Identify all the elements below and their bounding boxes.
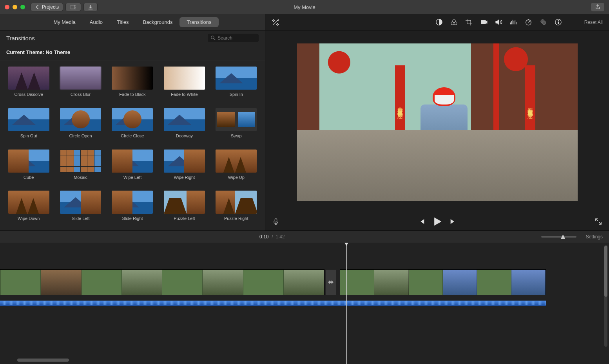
transition-thumbnail [8,150,49,173]
transition-label: Slide Left [72,216,90,221]
minimize-window[interactable] [13,5,17,9]
transition-thumbnail [8,191,49,214]
transition-circle-open[interactable]: Circle Open [56,108,104,142]
svg-point-7 [453,20,456,23]
transition-label: Fade to Black [119,92,145,97]
playback-controls [265,213,609,231]
transition-cube[interactable]: Cube [5,150,53,184]
reset-all-button[interactable]: Reset All [584,20,603,25]
transition-wipe-right[interactable]: Wipe Right [160,150,208,184]
video-clip[interactable] [0,269,324,295]
transition-thumbnail [164,67,205,90]
svg-point-15 [558,20,559,21]
tab-titles[interactable]: Titles [110,17,136,27]
library-button[interactable]: ♪ [65,3,81,11]
enhance-icon[interactable] [272,18,279,26]
transition-fade-to-white[interactable]: Fade to White [160,67,208,101]
speed-icon[interactable] [525,18,533,26]
svg-line-5 [214,39,216,40]
vertical-scrollbar[interactable] [604,245,607,347]
filter-icon[interactable] [540,18,547,26]
transition-label: Circle Close [121,133,144,138]
noise-reduction-icon[interactable] [510,18,518,26]
transition-thumbnail [216,150,257,173]
import-button[interactable] [83,3,98,11]
transition-wipe-left[interactable]: Wipe Left [109,150,156,184]
fullscreen-icon[interactable] [595,218,602,226]
video-viewer[interactable]: 恭賀新禧萬事如意 新春如意萬事勝意 [265,31,609,213]
timeline-settings-button[interactable]: Settings [586,234,603,240]
transition-slide-right[interactable]: Slide Right [109,191,156,225]
volume-icon[interactable] [495,18,503,26]
tab-audio[interactable]: Audio [83,17,110,27]
transition-label: Cross Dissolve [14,92,43,97]
zoom-window[interactable] [20,5,25,9]
transition-thumbnail [60,108,101,131]
svg-rect-16 [558,22,559,24]
transition-marker[interactable] [325,269,336,295]
media-browser: My MediaAudioTitlesBackgroundsTransition… [0,14,265,231]
next-clip-button[interactable] [450,218,457,226]
adjustments-toolbar: Reset All [265,14,609,31]
info-icon[interactable] [555,18,562,26]
transition-wipe-down[interactable]: Wipe Down [5,191,53,225]
close-window[interactable] [5,5,9,9]
transition-thumbnail [112,108,153,131]
share-button[interactable] [591,3,604,11]
horizontal-scrollbar[interactable] [17,359,69,362]
transition-circle-close[interactable]: Circle Close [109,108,156,142]
transition-label: Cube [24,175,34,180]
tab-transitions[interactable]: Transitions [179,17,218,27]
playhead[interactable] [346,243,347,364]
back-projects-button[interactable]: Projects [31,3,63,11]
stabilization-icon[interactable] [480,18,488,26]
window-controls [5,5,25,9]
transition-fade-to-black[interactable]: Fade to Black [109,67,156,101]
voiceover-icon[interactable] [272,218,279,226]
video-clip[interactable] [340,269,546,295]
viewer-panel: Reset All 恭賀新禧萬事如意 新春如意萬事勝意 [265,14,609,231]
color-balance-icon[interactable] [435,18,443,26]
color-correction-icon[interactable] [450,18,458,26]
transition-label: Puzzle Left [174,216,195,221]
prev-clip-button[interactable] [418,218,425,226]
transition-label: Puzzle Right [224,216,248,221]
transition-thumbnail [60,67,101,90]
transition-thumbnail [164,150,205,173]
search-input[interactable]: Search [208,34,259,42]
svg-rect-17 [275,218,277,222]
transition-label: Slide Right [122,216,143,221]
transition-spin-out[interactable]: Spin Out [5,108,53,142]
transition-slide-left[interactable]: Slide Left [56,191,104,225]
transition-label: Swap [231,133,242,138]
back-label: Projects [42,4,59,10]
transition-thumbnail [164,108,205,131]
crop-icon[interactable] [465,18,473,26]
tab-backgrounds[interactable]: Backgrounds [136,17,180,27]
search-placeholder: Search [218,35,232,41]
transition-spin-in[interactable]: Spin In [212,67,260,101]
transition-swap[interactable]: Swap [212,108,260,142]
preview-frame: 恭賀新禧萬事如意 新春如意萬事勝意 [297,43,578,201]
search-icon [211,36,216,40]
transition-label: Circle Open [69,133,92,138]
transition-puzzle-right[interactable]: Puzzle Right [212,191,260,225]
video-track[interactable] [0,269,546,301]
transition-cross-blur[interactable]: Cross Blur [56,67,104,101]
transition-puzzle-left[interactable]: Puzzle Left [160,191,208,225]
browser-title: Transitions [6,35,35,41]
svg-point-8 [451,22,454,25]
transition-thumbnail [216,191,257,214]
tab-my-media[interactable]: My Media [46,17,82,27]
transition-cross-dissolve[interactable]: Cross Dissolve [5,67,53,101]
transition-thumbnail [112,67,153,90]
timeline[interactable] [0,243,609,364]
transition-wipe-up[interactable]: Wipe Up [212,150,260,184]
play-button[interactable] [432,216,442,228]
svg-text:♪: ♪ [75,6,76,9]
zoom-slider[interactable] [541,236,576,238]
transition-doorway[interactable]: Doorway [160,108,208,142]
transition-mosaic[interactable]: Mosaic [56,150,104,184]
transition-thumbnail [216,67,257,90]
transition-label: Wipe Down [18,216,40,221]
